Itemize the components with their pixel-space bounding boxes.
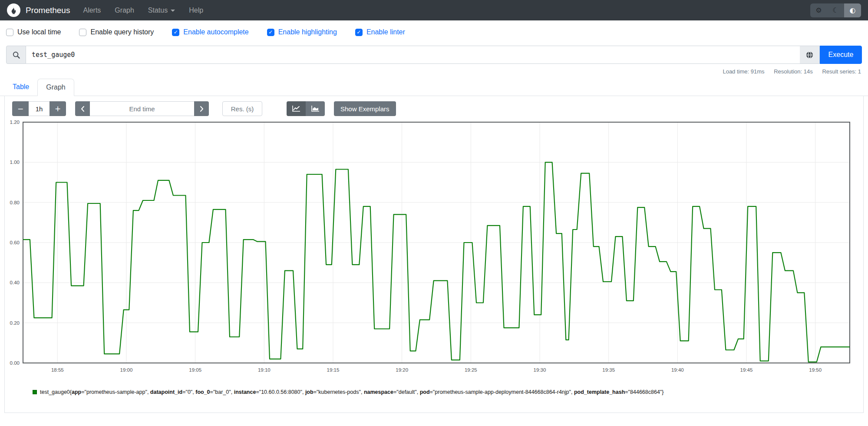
range-input-group: − + — [12, 101, 66, 116]
svg-text:0.80: 0.80 — [10, 200, 20, 205]
query-bar: Execute — [6, 46, 862, 64]
option-autocomplete[interactable]: ✓ Enable autocomplete — [172, 28, 248, 36]
resolution-input[interactable] — [222, 101, 262, 116]
range-input[interactable] — [29, 101, 50, 116]
svg-text:0.00: 0.00 — [10, 360, 20, 366]
svg-text:19:05: 19:05 — [189, 367, 201, 373]
show-exemplars-button[interactable]: Show Exemplars — [334, 101, 396, 116]
legend: test_gauge0{app="prometheus-sample-app",… — [33, 389, 863, 395]
svg-text:19:30: 19:30 — [534, 367, 546, 373]
nav-item-graph[interactable]: Graph — [115, 7, 134, 14]
check-icon: ✓ — [174, 30, 178, 35]
nav-item-help[interactable]: Help — [189, 7, 203, 14]
gear-icon: ⚙ — [815, 6, 822, 14]
svg-text:19:10: 19:10 — [258, 367, 271, 373]
graph-panel: − + — [4, 96, 864, 413]
load-time-stat: Load time: 91ms — [723, 68, 764, 75]
tab-graph[interactable]: Graph — [37, 79, 74, 96]
chart-type-toggle — [287, 101, 325, 116]
time-back-button[interactable] — [75, 101, 90, 116]
end-time-group — [75, 101, 209, 116]
settings-button[interactable]: ⚙ — [810, 3, 827, 17]
range-increase-button[interactable]: + — [50, 101, 66, 116]
resolution-stat: Resolution: 14s — [774, 68, 813, 75]
main-nav: Alerts Graph Status Help — [83, 7, 203, 14]
graph-controls: − + — [5, 96, 863, 116]
checkbox-use-local-time[interactable]: ✓ — [6, 29, 13, 36]
svg-text:19:00: 19:00 — [120, 367, 133, 373]
option-query-history[interactable]: ✓ Enable query history — [79, 28, 154, 36]
execute-button[interactable]: Execute — [820, 46, 862, 64]
svg-text:19:50: 19:50 — [809, 367, 822, 373]
check-icon: ✓ — [268, 30, 273, 35]
tab-table[interactable]: Table — [4, 79, 37, 96]
stacked-chart-toggle-button[interactable] — [306, 101, 325, 116]
series-swatch-icon — [33, 390, 37, 394]
panel-tabs: Table Graph — [0, 79, 868, 96]
svg-text:19:25: 19:25 — [465, 367, 477, 373]
navbar: Prometheus Alerts Graph Status Help ⚙ ☾ … — [0, 0, 868, 20]
svg-text:0.40: 0.40 — [10, 280, 20, 285]
stacked-chart-icon — [311, 105, 320, 112]
theme-switcher: ⚙ ☾ ◐ — [810, 3, 861, 17]
check-icon: ✓ — [356, 30, 361, 35]
end-time-input[interactable] — [90, 101, 194, 116]
svg-text:19:45: 19:45 — [740, 367, 753, 373]
svg-text:18:55: 18:55 — [51, 367, 64, 373]
chevron-left-icon — [80, 106, 85, 112]
checkbox-linter[interactable]: ✓ — [355, 29, 363, 36]
moon-icon: ☾ — [832, 6, 838, 14]
checkbox-query-history[interactable]: ✓ — [79, 29, 86, 36]
svg-text:0.20: 0.20 — [10, 320, 20, 326]
query-options-row: ✓ Use local time ✓ Enable query history … — [0, 20, 868, 42]
dark-theme-button[interactable]: ☾ — [827, 3, 844, 17]
chevron-down-icon — [171, 10, 175, 12]
svg-text:19:20: 19:20 — [396, 367, 408, 373]
svg-text:19:35: 19:35 — [602, 367, 615, 373]
search-addon — [6, 46, 26, 64]
option-label: Enable highlighting — [278, 28, 337, 36]
chart-area[interactable]: 0.000.200.400.600.801.001.2018:5519:0019… — [7, 120, 863, 382]
search-icon — [12, 51, 20, 59]
prometheus-logo-icon — [7, 3, 20, 17]
metrics-explorer-button[interactable] — [800, 46, 820, 64]
svg-text:19:40: 19:40 — [671, 367, 684, 373]
svg-text:19:15: 19:15 — [327, 367, 340, 373]
legend-series-label[interactable]: test_gauge0{app="prometheus-sample-app",… — [40, 389, 663, 395]
option-label: Enable linter — [366, 28, 405, 36]
option-label: Use local time — [17, 28, 61, 36]
checkbox-highlighting[interactable]: ✓ — [267, 29, 274, 36]
nav-item-alerts[interactable]: Alerts — [83, 7, 101, 14]
auto-theme-button[interactable]: ◐ — [844, 3, 861, 17]
line-chart-toggle-button[interactable] — [287, 101, 306, 116]
option-highlighting[interactable]: ✓ Enable highlighting — [267, 28, 337, 36]
option-label: Enable autocomplete — [183, 28, 248, 36]
checkbox-autocomplete[interactable]: ✓ — [172, 29, 179, 36]
auto-contrast-icon: ◐ — [850, 6, 856, 14]
svg-text:0.60: 0.60 — [10, 240, 20, 245]
svg-text:1.00: 1.00 — [10, 160, 20, 165]
query-expression-input[interactable] — [26, 46, 800, 64]
option-linter[interactable]: ✓ Enable linter — [355, 28, 405, 36]
query-stats: Load time: 91ms Resolution: 14s Result s… — [0, 68, 861, 75]
range-decrease-button[interactable]: − — [12, 101, 29, 116]
option-use-local-time[interactable]: ✓ Use local time — [6, 28, 61, 36]
app-title: Prometheus — [26, 6, 70, 15]
globe-icon — [805, 51, 814, 59]
nav-item-status[interactable]: Status — [148, 7, 175, 14]
chevron-right-icon — [199, 106, 204, 112]
option-label: Enable query history — [90, 28, 154, 36]
svg-text:1.20: 1.20 — [10, 120, 20, 125]
time-forward-button[interactable] — [194, 101, 209, 116]
time-series-chart[interactable]: 0.000.200.400.600.801.001.2018:5519:0019… — [7, 120, 858, 380]
result-series-stat: Result series: 1 — [822, 68, 861, 75]
line-chart-icon — [292, 105, 300, 112]
